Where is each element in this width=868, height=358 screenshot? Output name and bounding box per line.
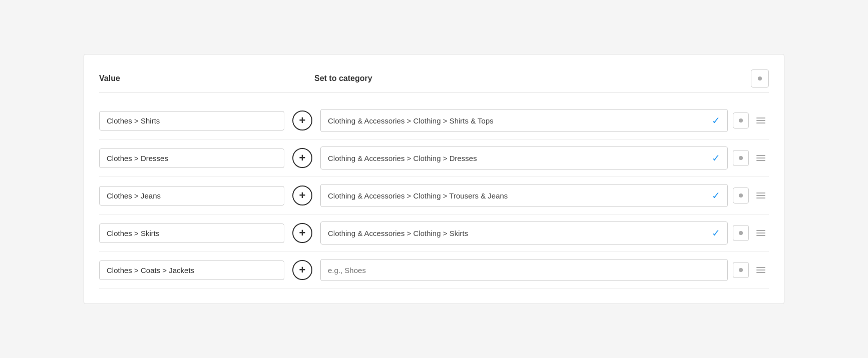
category-text-row-shirts: Clothing & Accessories > Clothing > Shir… xyxy=(328,116,494,125)
rows-container: Clothes > Shirts+Clothing & Accessories … xyxy=(99,102,769,288)
radio-button-row-jeans[interactable] xyxy=(733,188,749,204)
menu-lines-row-skirts xyxy=(756,230,765,236)
plus-icon: + xyxy=(299,190,306,201)
radio-button-row-coats[interactable] xyxy=(733,262,749,278)
menu-line xyxy=(756,198,765,198)
row-actions-row-dresses xyxy=(733,150,769,166)
radio-dot-row-coats xyxy=(739,268,743,272)
menu-line xyxy=(756,122,765,124)
value-column-header: Value xyxy=(99,74,284,83)
check-icon-row-jeans: ✓ xyxy=(712,190,720,202)
value-box-row-dresses: Clothes > Dresses xyxy=(99,148,284,168)
menu-line xyxy=(756,195,765,196)
menu-button-row-skirts[interactable] xyxy=(753,225,769,241)
row-actions-row-skirts xyxy=(733,225,769,241)
add-button-row-shirts[interactable]: + xyxy=(292,110,312,130)
plus-icon: + xyxy=(299,264,306,276)
row-actions-row-jeans xyxy=(733,188,769,204)
menu-button-row-jeans[interactable] xyxy=(753,188,769,204)
value-box-row-skirts: Clothes > Skirts xyxy=(99,224,284,243)
menu-lines-row-shirts xyxy=(756,118,765,124)
radio-dot-row-shirts xyxy=(739,118,743,122)
menu-lines-row-coats xyxy=(756,267,765,273)
menu-lines-row-dresses xyxy=(756,155,765,161)
data-row-row-dresses: Clothes > Dresses+Clothing & Accessories… xyxy=(99,140,769,177)
check-icon-row-skirts: ✓ xyxy=(712,227,720,239)
add-button-row-skirts[interactable]: + xyxy=(292,223,312,243)
menu-line xyxy=(756,267,765,268)
row-actions-row-coats xyxy=(733,262,769,278)
category-text-row-dresses: Clothing & Accessories > Clothing > Dres… xyxy=(328,154,477,162)
menu-button-row-shirts[interactable] xyxy=(753,112,769,128)
menu-line xyxy=(756,272,765,273)
menu-line xyxy=(756,155,765,156)
main-container: Value Set to category Clothes > Shirts+C… xyxy=(84,54,784,304)
radio-button-row-dresses[interactable] xyxy=(733,150,749,166)
category-box-row-coats[interactable] xyxy=(320,259,728,281)
menu-line xyxy=(756,118,765,118)
category-text-row-jeans: Clothing & Accessories > Clothing > Trou… xyxy=(328,192,508,200)
category-box-row-dresses: Clothing & Accessories > Clothing > Dres… xyxy=(320,146,728,170)
plus-icon: + xyxy=(299,152,306,164)
menu-line xyxy=(756,158,765,158)
radio-button-row-shirts[interactable] xyxy=(733,112,749,128)
menu-line xyxy=(756,235,765,236)
category-box-row-jeans: Clothing & Accessories > Clothing > Trou… xyxy=(320,184,728,207)
menu-line xyxy=(756,160,765,161)
category-input-container xyxy=(328,266,720,274)
category-text-row-skirts: Clothing & Accessories > Clothing > Skir… xyxy=(328,229,468,238)
header-row: Value Set to category xyxy=(99,70,769,93)
radio-dot-row-jeans xyxy=(739,194,743,198)
data-row-row-coats: Clothes > Coats > Jackets+ xyxy=(99,252,769,288)
menu-line xyxy=(756,230,765,231)
data-row-row-skirts: Clothes > Skirts+Clothing & Accessories … xyxy=(99,214,769,252)
add-button-row-coats[interactable]: + xyxy=(292,260,312,280)
plus-icon: + xyxy=(299,115,306,126)
data-row-row-shirts: Clothes > Shirts+Clothing & Accessories … xyxy=(99,102,769,140)
category-box-row-shirts: Clothing & Accessories > Clothing > Shir… xyxy=(320,109,728,132)
row-actions-row-shirts xyxy=(733,112,769,128)
add-button-row-dresses[interactable]: + xyxy=(292,148,312,168)
check-icon-row-dresses: ✓ xyxy=(712,152,720,164)
value-box-row-shirts: Clothes > Shirts xyxy=(99,111,284,130)
radio-dot-row-dresses xyxy=(739,156,743,160)
plus-icon: + xyxy=(299,228,306,238)
menu-line xyxy=(756,232,765,234)
data-row-row-jeans: Clothes > Jeans+Clothing & Accessories >… xyxy=(99,177,769,214)
menu-line xyxy=(756,192,765,194)
category-input-row-coats[interactable] xyxy=(328,266,720,274)
menu-lines-row-jeans xyxy=(756,192,765,198)
category-column-header: Set to category xyxy=(314,74,746,83)
header-radio-dot xyxy=(758,76,762,80)
menu-button-row-dresses[interactable] xyxy=(753,150,769,166)
category-box-row-skirts: Clothing & Accessories > Clothing > Skir… xyxy=(320,222,728,244)
check-icon-row-shirts: ✓ xyxy=(712,114,720,126)
radio-dot-row-skirts xyxy=(739,231,743,235)
menu-button-row-coats[interactable] xyxy=(753,262,769,278)
add-button-row-jeans[interactable]: + xyxy=(292,186,312,206)
radio-button-row-skirts[interactable] xyxy=(733,225,749,241)
value-box-row-jeans: Clothes > Jeans xyxy=(99,186,284,206)
menu-line xyxy=(756,270,765,270)
header-action-button[interactable] xyxy=(751,70,769,88)
value-box-row-coats: Clothes > Coats > Jackets xyxy=(99,260,284,280)
menu-line xyxy=(756,120,765,121)
